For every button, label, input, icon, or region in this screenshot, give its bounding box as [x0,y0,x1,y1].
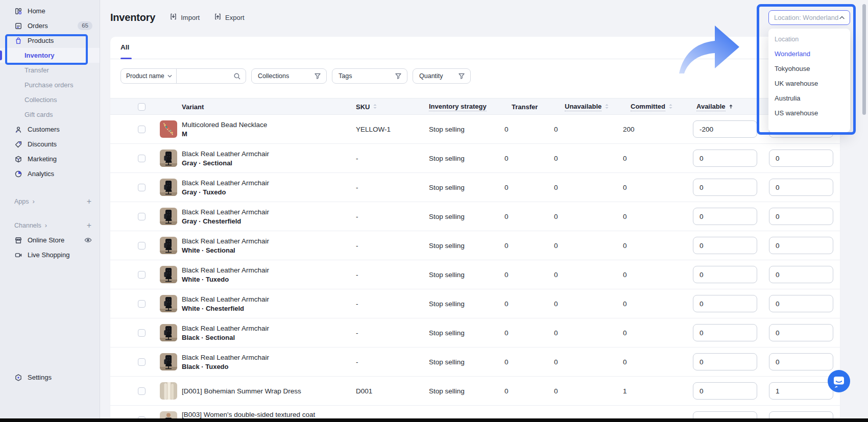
quantity-filter[interactable]: Quantity [413,68,471,84]
location-option-uk-warehouse[interactable]: UK warehouse [768,76,850,91]
armchair-thumbnail [160,324,177,341]
on-hand-input[interactable] [769,237,833,254]
vertical-scrollbar-thumb[interactable] [862,4,866,115]
available-input[interactable] [693,120,757,138]
sidebar-item-collections[interactable]: Collections [0,92,100,107]
column-header-available[interactable]: Available [696,98,733,115]
sidebar-item-online-store[interactable]: Online Store [0,233,100,247]
orders-count-badge: 65 [78,21,92,31]
sidebar-item-analytics[interactable]: Analytics [0,166,100,181]
sidebar-item-settings[interactable]: Settings [0,370,100,385]
row-checkbox[interactable] [138,213,146,220]
product-name[interactable]: Multicolored Bead Necklace [182,121,267,129]
select-all-checkbox[interactable] [138,103,146,111]
add-app-button[interactable]: + [87,197,91,206]
product-name[interactable]: Black Real Leather Armchair [182,295,269,303]
column-header-committed[interactable]: Committed [631,98,673,115]
on-hand-input[interactable] [769,179,833,196]
channels-label: Channels [14,222,41,229]
search-field-selector[interactable]: Product name [121,69,177,83]
sidebar-item-customers[interactable]: Customers [0,122,100,137]
product-name[interactable]: Black Real Leather Armchair [182,208,269,216]
product-name[interactable]: Black Real Leather Armchair [182,266,269,274]
sidebar-section-channels[interactable]: Channels › + [0,218,100,233]
sidebar-item-discounts[interactable]: Discounts [0,137,100,152]
product-name[interactable]: [B003] Women's double-sided textured coa… [182,411,315,418]
available-input[interactable] [693,324,757,341]
unavailable-cell: 0 [554,289,558,318]
row-checkbox[interactable] [138,387,146,395]
product-name[interactable]: Black Real Leather Armchair [182,237,269,245]
variant-options: Black · Tuxedo [182,363,269,370]
row-checkbox[interactable] [138,358,146,366]
sidebar-item-label: Products [28,37,54,44]
available-input[interactable] [693,179,757,196]
tags-filter[interactable]: Tags [332,68,407,84]
strategy-cell: Stop selling [429,173,465,202]
row-checkbox[interactable] [138,155,146,162]
available-input[interactable] [693,150,757,167]
on-hand-input[interactable] [769,150,833,167]
sidebar-item-label: Home [28,7,45,15]
app-window: HomeOrders65ProductsInventoryTransferPur… [0,0,868,422]
sidebar-item-live-shopping[interactable]: Live Shopping [0,247,100,262]
available-input[interactable] [693,208,757,225]
location-option-austrulia[interactable]: Austrulia [768,91,850,106]
column-header-label: Variant [182,103,204,111]
sidebar-item-label: Inventory [25,52,55,59]
sidebar-item-transfer[interactable]: Transfer [0,63,100,78]
sidebar-item-home[interactable]: Home [0,4,100,18]
sidebar-item-label: Transfer [25,66,49,74]
sidebar-section-apps[interactable]: Apps › + [0,194,100,209]
available-input[interactable] [693,382,757,400]
import-icon [170,13,177,22]
available-input[interactable] [693,237,757,254]
product-name[interactable]: Black Real Leather Armchair [182,354,269,361]
product-name[interactable]: Black Real Leather Armchair [182,150,269,158]
sidebar-item-purchase-orders[interactable]: Purchase orders [0,78,100,92]
on-hand-input[interactable] [769,382,833,400]
sidebar-item-marketing[interactable]: Marketing [0,152,100,166]
available-input[interactable] [693,353,757,370]
export-button[interactable]: Export [214,13,245,22]
sidebar-item-gift-cards[interactable]: Gift cards [0,107,100,122]
row-checkbox[interactable] [138,184,146,191]
sidebar-item-label: Purchase orders [25,81,73,89]
sidebar-item-orders[interactable]: Orders65 [0,18,100,33]
row-checkbox[interactable] [138,242,146,250]
on-hand-input[interactable] [769,208,833,225]
sidebar-item-inventory[interactable]: Inventory [0,48,100,63]
product-name[interactable]: Black Real Leather Armchair [182,179,269,187]
row-checkbox[interactable] [138,271,146,279]
on-hand-input[interactable] [769,266,833,283]
search-input[interactable] [177,72,233,80]
necklace-thumbnail [160,120,177,138]
row-checkbox[interactable] [138,329,146,337]
variant-cell: Black Real Leather ArmchairGray · Tuxedo [182,173,269,202]
eye-icon[interactable] [84,236,92,244]
location-option-us-warehouse[interactable]: US warehouse [768,106,850,120]
collections-filter[interactable]: Collections [251,68,327,84]
available-input[interactable] [693,295,757,312]
column-header-sku[interactable]: SKU [356,98,377,115]
row-checkbox[interactable] [138,300,146,308]
sidebar-item-products[interactable]: Products [0,33,100,48]
on-hand-input[interactable] [769,353,833,370]
on-hand-input[interactable] [769,324,833,341]
strategy-cell: Stop selling [429,377,465,405]
on-hand-input[interactable] [769,295,833,312]
import-button[interactable]: Import [170,13,200,22]
column-header-unavailable[interactable]: Unavailable [565,98,609,115]
collections-filter-label: Collections [258,72,289,80]
location-option-tokyohouse[interactable]: Tokyohouse [768,61,850,76]
chat-widget-button[interactable] [828,370,850,392]
tab-all[interactable]: All [120,43,129,51]
location-dropdown-button[interactable]: Location: Wonderland [768,10,850,25]
location-option-wonderland[interactable]: Wonderland [768,46,850,61]
product-name[interactable]: Black Real Leather Armchair [182,325,269,332]
unavailable-cell: 0 [554,347,558,376]
available-input[interactable] [693,266,757,283]
row-checkbox[interactable] [138,126,146,133]
product-name[interactable]: [D001] Bohemian Summer Wrap Dress [182,387,301,395]
add-channel-button[interactable]: + [87,221,91,230]
